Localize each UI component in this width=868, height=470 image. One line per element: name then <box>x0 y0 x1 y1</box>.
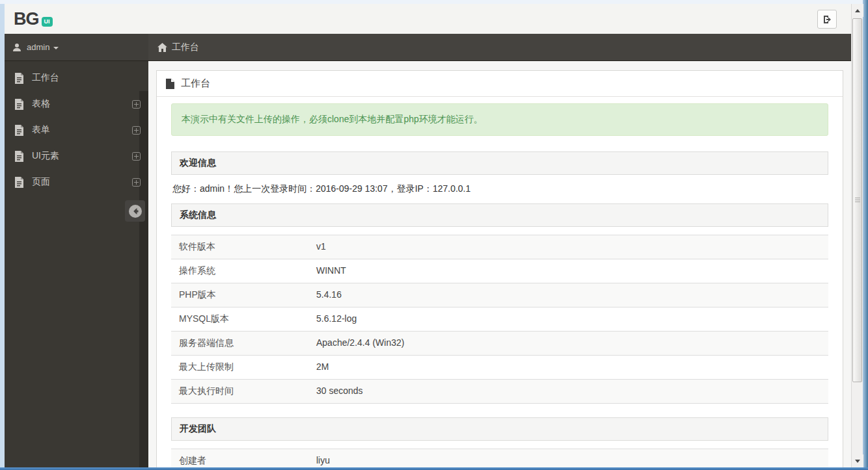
user-name: admin <box>27 42 49 52</box>
sidebar-item-label: 工作台 <box>32 72 132 84</box>
team-info-table: 创建者 liyu <box>171 449 828 467</box>
section-header-system: 系统信息 <box>171 203 828 227</box>
sidebar-item-label: 表单 <box>32 124 132 136</box>
breadcrumb: 工作台 <box>148 34 851 60</box>
sign-out-icon <box>822 14 832 25</box>
table-row: 最大执行时间 30 seconds <box>171 380 828 404</box>
success-alert: 本演示中有关文件上传的操作，必须clone到本地并配置php环境才能运行。 <box>171 103 828 136</box>
file-text-icon <box>14 151 24 162</box>
sidebar-menu-item[interactable]: UI元素 <box>5 143 148 169</box>
sidebar-menu: 工作台 表格 <box>5 65 148 195</box>
top-header: BG UI <box>5 4 851 34</box>
sidebar-nav: 工作台 表格 <box>5 61 148 467</box>
panel-header: 工作台 <box>157 71 843 97</box>
sidebar-menu-item[interactable]: 页面 <box>5 169 148 195</box>
app-window: BG UI admin <box>5 4 851 467</box>
table-row: 服务器端信息 Apache/2.4.4 (Win32) <box>171 332 828 356</box>
welcome-message: 您好：admin！您上一次登录时间：2016-09-29 13:07，登录IP：… <box>172 183 827 195</box>
file-text-icon <box>14 99 24 110</box>
row-value: 30 seconds <box>308 380 828 403</box>
table-row: 最大上传限制 2M <box>171 356 828 380</box>
table-row: 操作系统 WINNT <box>171 259 828 283</box>
sidebar-item-label: 表格 <box>32 98 132 110</box>
file-text-icon <box>14 177 24 188</box>
plus-square-icon[interactable] <box>132 152 141 161</box>
chevron-down-icon <box>53 47 59 49</box>
user-icon <box>12 43 21 52</box>
breadcrumb-label[interactable]: 工作台 <box>172 42 199 53</box>
row-value: Apache/2.4.4 (Win32) <box>308 332 828 355</box>
panel-title: 工作台 <box>181 77 210 90</box>
vertical-scrollbar[interactable] <box>851 4 863 467</box>
window-frame-bottom <box>0 467 868 470</box>
section-header-welcome: 欢迎信息 <box>171 151 828 175</box>
scrollbar-down-button[interactable] <box>852 454 863 467</box>
row-label: 最大上传限制 <box>171 356 308 379</box>
row-value: 5.6.12-log <box>308 307 828 331</box>
logo[interactable]: BG UI <box>14 10 53 28</box>
plus-square-icon[interactable] <box>132 126 141 135</box>
row-label: 软件版本 <box>171 235 308 259</box>
window-frame-right <box>863 0 868 470</box>
sidebar-collapse-button[interactable] <box>125 200 145 222</box>
row-label: 服务器端信息 <box>171 332 308 355</box>
triangle-down-icon <box>855 460 860 463</box>
table-row: 创建者 liyu <box>171 449 828 467</box>
sidebar-menu-item[interactable]: 表格 <box>5 91 148 117</box>
row-value: 2M <box>308 356 828 379</box>
scrollbar-up-button[interactable] <box>852 4 863 17</box>
table-row: MYSQL版本 5.6.12-log <box>171 307 828 332</box>
system-info-table: 软件版本 v1 操作系统 WINNT PHP版本 5.4.16 MYSQL版本 … <box>171 235 828 404</box>
scrollbar-grip <box>855 198 860 203</box>
row-label: MYSQL版本 <box>171 307 308 331</box>
row-label: 操作系统 <box>171 259 308 283</box>
sidebar-item-label: 页面 <box>32 176 132 188</box>
home-icon <box>157 43 167 52</box>
content-area: 工作台 表格 <box>5 61 851 467</box>
plus-square-icon[interactable] <box>132 100 141 109</box>
logo-badge: UI <box>42 17 53 27</box>
row-label: 最大执行时间 <box>171 380 308 403</box>
row-label: 创建者 <box>171 449 308 467</box>
workbench-panel: 工作台 本演示中有关文件上传的操作，必须clone到本地并配置php环境才能运行… <box>156 70 843 467</box>
panel-body: 本演示中有关文件上传的操作，必须clone到本地并配置php环境才能运行。 欢迎… <box>157 97 843 467</box>
arrow-circle-left-icon <box>128 204 142 218</box>
dark-toolbar: admin 工作台 <box>5 34 851 61</box>
section-header-team: 开发团队 <box>171 417 828 441</box>
file-text-icon <box>14 73 24 84</box>
window-frame-left <box>0 4 5 470</box>
triangle-up-icon <box>855 9 860 12</box>
row-value: WINNT <box>308 259 828 283</box>
row-value: liyu <box>308 449 828 467</box>
row-value: v1 <box>308 235 828 259</box>
scrollbar-thumb[interactable] <box>852 18 862 382</box>
sidebar-menu-item[interactable]: 工作台 <box>5 65 148 91</box>
logo-text: BG <box>14 10 39 28</box>
row-label: PHP版本 <box>171 283 308 307</box>
row-value: 5.4.16 <box>308 283 828 307</box>
sidebar-item-label: UI元素 <box>32 150 132 162</box>
table-row: 软件版本 v1 <box>171 235 828 259</box>
logout-button[interactable] <box>817 10 837 29</box>
plus-square-icon[interactable] <box>132 178 141 187</box>
main-content: 工作台 本演示中有关文件上传的操作，必须clone到本地并配置php环境才能运行… <box>148 61 851 467</box>
sidebar-menu-item[interactable]: 表单 <box>5 117 148 143</box>
file-icon <box>166 79 174 89</box>
file-text-icon <box>14 125 24 136</box>
table-row: PHP版本 5.4.16 <box>171 283 828 307</box>
user-dropdown[interactable]: admin <box>5 34 148 60</box>
